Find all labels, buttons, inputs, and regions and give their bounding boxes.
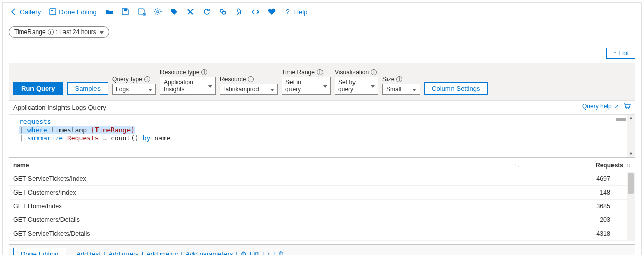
svg-point-7 [626,108,627,109]
query-type-control: Query typei Logs [112,76,156,95]
info-icon: i [396,76,402,82]
saveas-button[interactable] [135,6,149,18]
info-icon: i [144,76,150,82]
done-editing-icon [49,8,57,16]
scroll-thumb[interactable] [628,173,634,194]
chevron-down-icon [99,28,104,36]
table-row[interactable]: GET Customers/Details203 [9,213,635,227]
gear-icon [154,8,162,16]
resource-control: Resourcei fabrikamprod [220,76,278,95]
top-toolbar: Gallery Done Editing ? Help [3,3,641,21]
info-icon: i [201,69,207,75]
svg-point-8 [628,108,629,109]
open-button[interactable] [102,6,116,18]
done-editing-bottom[interactable]: Done Editing [13,248,66,255]
external-link-icon: ↗ [614,103,619,110]
edit-button-label: Edit [618,50,629,57]
settings-button[interactable] [151,6,165,18]
move-up-icon[interactable]: ↑ [267,250,270,255]
timerange-pill-sep: : [56,28,57,36]
svg-rect-1 [51,10,53,11]
cell-name: GET Customers/Details [9,213,523,227]
help-link[interactable]: ? Help [281,6,311,18]
query-panel: Run Query Samples Query typei Logs Resou… [9,63,635,158]
col-header-name[interactable]: name ↑↓ [9,158,523,172]
copy-icon[interactable]: ⧉ [254,250,259,256]
resource-type-dropdown[interactable]: Application Insights [160,77,216,95]
timerange-pill-name: TimeRange [14,28,46,36]
query-help-row: Query help ↗ [582,102,631,110]
results-body: GET ServiceTickets/Index4697GET Customer… [9,172,635,241]
pin-button[interactable] [232,6,246,18]
col-header-requests[interactable]: Requests ↑↓ [523,158,635,172]
add-text-link[interactable]: Add text [76,250,101,255]
add-parameters-link[interactable]: Add parameters [186,250,233,255]
chevron-down-icon [370,83,375,89]
time-range-control: Time Rangei Set in query [282,69,331,95]
cell-requests: 148 [523,186,635,199]
run-query-button[interactable]: Run Query [13,82,63,95]
results-scrollbar[interactable] [627,172,635,241]
parameter-row: TimeRange i : Last 24 hours [3,21,641,48]
editor-scrollbar[interactable]: ▲ ▼ [627,115,635,157]
help-icon: ? [284,8,292,16]
size-dropdown[interactable]: Small [382,84,420,95]
visualization-dropdown[interactable]: Set by query [335,77,378,95]
add-query-link[interactable]: Add query [109,250,139,255]
resource-type-label: Resource type [160,69,199,76]
query-help-link[interactable]: Query help ↗ [582,103,619,110]
time-range-dropdown[interactable]: Set in query [282,77,331,95]
token-table: requests [19,118,51,125]
chevron-down-icon [269,87,274,92]
visualization-control: Visualizationi Set by query [335,69,378,95]
timerange-pill[interactable]: TimeRange i : Last 24 hours [9,26,109,38]
svg-text:?: ? [286,8,290,16]
table-row[interactable]: GET Customers/Index148 [9,186,635,200]
scroll-up-icon[interactable]: ▲ [629,116,633,120]
query-controls: Run Query Samples Query typei Logs Resou… [9,63,635,100]
column-settings-button[interactable]: Column Settings [424,82,488,95]
code-button[interactable] [248,6,263,18]
tag-button[interactable] [167,6,181,18]
cell-requests: 3685 [523,200,635,213]
cell-requests: 4697 [523,172,635,185]
table-row[interactable]: GET ServiceTickets/Details4318 [9,227,635,241]
saveas-icon [138,8,146,16]
chevron-down-icon [322,83,327,89]
scroll-down-icon[interactable]: ▼ [629,152,633,156]
edit-button[interactable]: ↑Edit [606,48,635,59]
query-title: Application Insights Logs Query [13,101,106,111]
query-type-dropdown[interactable]: Logs [112,84,156,95]
close-icon [186,8,195,16]
clone-icon [219,8,227,16]
save-button[interactable] [118,6,133,18]
table-row[interactable]: GET ServiceTickets/Index4697 [9,172,635,186]
done-editing-label: Done Editing [59,8,96,16]
clone-button[interactable] [216,6,230,18]
refresh-button[interactable] [200,6,214,18]
save-icon [121,8,130,16]
table-row[interactable]: GET Home/Index3685 [9,200,635,213]
back-arrow-icon [10,8,18,16]
cell-name: GET Home/Index [9,200,523,213]
cart-icon[interactable] [623,102,631,110]
edit-arrow-icon: ↑ [613,50,616,57]
svg-point-5 [222,11,226,14]
gallery-label: Gallery [20,8,41,16]
delete-icon[interactable]: 🗑 [278,250,284,255]
done-editing-top[interactable]: Done Editing [46,6,100,18]
add-metric-link[interactable]: Add metric [146,250,178,255]
query-editor[interactable]: requests | where timestamp {TimeRange} |… [9,115,635,157]
timerange-pill-value: Last 24 hours [59,28,96,36]
info-icon: i [48,29,54,35]
heart-button[interactable] [265,6,279,18]
gear-icon[interactable]: ⚙ [241,250,247,255]
results-grid: name ↑↓ Requests ↑↓ GET ServiceTickets/I… [9,158,635,241]
svg-point-3 [156,11,158,13]
resource-dropdown[interactable]: fabrikamprod [220,84,278,95]
gallery-link[interactable]: Gallery [7,6,44,18]
chevron-down-icon [207,83,212,89]
samples-button[interactable]: Samples [67,82,108,95]
clear-button[interactable] [183,6,198,18]
cell-name: GET ServiceTickets/Details [9,227,523,240]
